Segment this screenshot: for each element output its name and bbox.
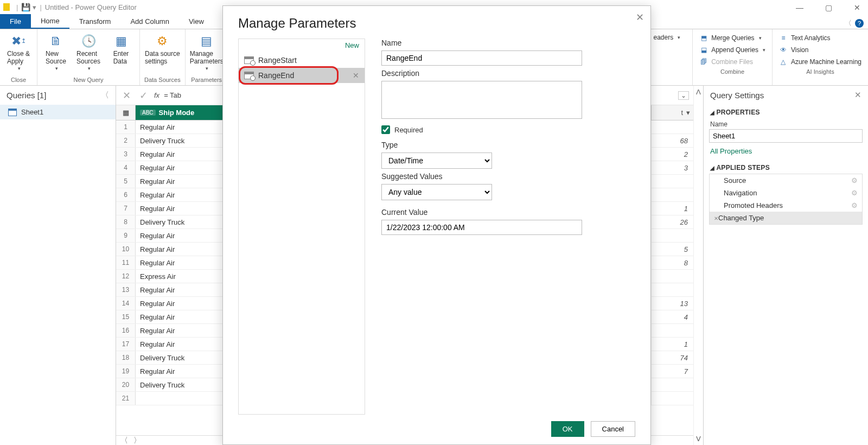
cell-last[interactable] [651,229,693,242]
cell-last[interactable] [651,120,693,134]
query-name-input[interactable] [709,129,863,143]
section-properties[interactable]: PROPERTIES [709,104,863,118]
type-select[interactable]: Date/Time [381,152,492,169]
enter-data-button[interactable]: ▦Enter Data [107,33,135,66]
vertical-scrollbar[interactable]: ᐱ ᐯ [693,86,703,445]
new-parameter-link[interactable]: New [239,39,365,53]
cell-last[interactable]: 5 [651,243,693,256]
text-analytics-icon: ≡ [779,34,788,42]
cell-last[interactable]: 68 [651,134,693,147]
required-checkbox[interactable] [381,125,390,134]
cell-last[interactable]: 3 [651,161,693,174]
maximize-button[interactable]: ▢ [820,2,838,13]
accept-formula-icon[interactable]: ✓ [137,90,150,101]
delete-step-icon[interactable] [714,214,718,222]
manage-parameters-button[interactable]: ▤Manage Parameters▾ [190,33,224,72]
vision-button[interactable]: 👁Vision [777,44,864,55]
gear-icon[interactable]: ⚙ [851,201,858,209]
row-number: 17 [116,338,136,351]
divider: | [40,3,41,11]
cell-last[interactable] [651,378,693,391]
tab-view[interactable]: View [179,14,214,29]
scroll-up-icon[interactable]: ᐱ [696,88,701,96]
group-label: AI Insights [806,67,834,77]
aml-button[interactable]: △Azure Machine Learning [777,56,864,67]
select-all-corner[interactable]: ▦ [116,105,136,120]
group-label: Data Sources [144,75,181,85]
divider: | [16,3,18,11]
save-icon[interactable]: 💾 [21,3,30,11]
step-promoted-headers[interactable]: Promoted Headers⚙ [710,199,862,212]
scroll-left-icon[interactable]: 〈 [120,436,128,446]
group-label: Parameters [191,75,222,85]
cell-last[interactable]: 4 [651,310,693,323]
cancel-button[interactable]: Cancel [591,421,635,437]
cell-last[interactable] [651,270,693,283]
suggested-values-label: Suggested Values [381,172,635,181]
parameter-item-rangeend[interactable]: RangeEnd ✕ [239,68,365,83]
delete-parameter-icon[interactable]: ✕ [353,71,359,80]
table-icon [8,109,17,116]
collapse-queries-icon[interactable]: 〈 [101,90,109,100]
scroll-down-icon[interactable]: ᐯ [696,435,701,443]
cell-last[interactable]: 8 [651,256,693,269]
step-source[interactable]: Source⚙ [710,174,862,187]
cell-last[interactable]: 74 [651,351,693,364]
cancel-formula-icon[interactable]: ✕ [120,90,133,101]
row-number: 12 [116,270,136,283]
help-icon[interactable]: ? [855,19,864,28]
recent-sources-button[interactable]: 🕓Recent Sources▾ [74,33,103,72]
all-properties-link[interactable]: All Properties [709,143,863,160]
suggested-values-select[interactable]: Any value [381,184,492,200]
cell-last[interactable]: 1 [651,202,693,215]
cell-last[interactable]: 2 [651,148,693,161]
gear-icon[interactable]: ⚙ [851,176,858,185]
new-source-button[interactable]: 🗎New Source▾ [42,33,70,72]
section-applied-steps[interactable]: APPLIED STEPS [709,160,863,174]
cell-last[interactable] [651,188,693,201]
gear-icon: ⚙ [154,33,171,50]
cell-last[interactable] [651,392,693,405]
parameter-name-input[interactable] [381,50,582,66]
formula-text[interactable]: = Tab [164,91,181,99]
column-header-last[interactable]: t ▾ [651,105,693,120]
cell-last[interactable] [651,283,693,296]
expand-formula-icon[interactable]: ⌄ [678,91,689,100]
queries-header: Queries [1] [7,91,46,100]
cell-last[interactable]: 26 [651,215,693,228]
close-button[interactable]: ✕ [848,2,866,13]
ok-button[interactable]: OK [551,421,584,437]
dialog-close-icon[interactable]: ✕ [636,11,644,23]
step-changed-type[interactable]: Changed Type [710,212,862,224]
cell-last[interactable] [651,324,693,337]
text-analytics-button[interactable]: ≡Text Analytics [777,33,864,43]
cell-last[interactable]: 1 [651,338,693,351]
scroll-right-icon[interactable]: 〉 [133,436,141,446]
tab-transform[interactable]: Transform [69,14,121,29]
tab-add-column[interactable]: Add Column [120,14,179,29]
qat-dropdown[interactable]: ▾ [33,3,36,11]
cell-last[interactable]: 13 [651,297,693,310]
recent-sources-icon: 🕓 [80,33,97,50]
merge-queries-button[interactable]: ⬒Merge Queries▾ [697,33,768,43]
close-apply-button[interactable]: ✖↥ Close & Apply▾ [4,33,33,72]
headers-button[interactable]: eaders▾ [651,33,682,42]
append-icon: ⬓ [699,46,708,54]
minimize-button[interactable]: — [790,2,809,13]
cell-last[interactable]: 7 [651,365,693,378]
cell-last[interactable] [651,175,693,188]
tab-home[interactable]: Home [31,14,69,29]
queries-panel: Queries [1] 〈 Sheet1 [0,86,116,445]
current-value-input[interactable] [381,220,582,235]
query-item-sheet1[interactable]: Sheet1 [0,105,116,119]
data-source-settings-button[interactable]: ⚙Data source settings [145,33,180,66]
tab-file[interactable]: File [0,14,31,29]
parameter-item-rangestart[interactable]: RangeStart [239,53,365,68]
close-settings-icon[interactable]: ✕ [854,90,861,100]
append-queries-button[interactable]: ⬓Append Queries▾ [697,44,768,55]
step-navigation[interactable]: Navigation⚙ [710,187,862,199]
collapse-ribbon-icon[interactable]: 〈 [845,18,852,28]
parameter-description-input[interactable] [381,81,582,119]
fx-icon[interactable]: fx [154,91,159,99]
gear-icon[interactable]: ⚙ [851,189,858,197]
